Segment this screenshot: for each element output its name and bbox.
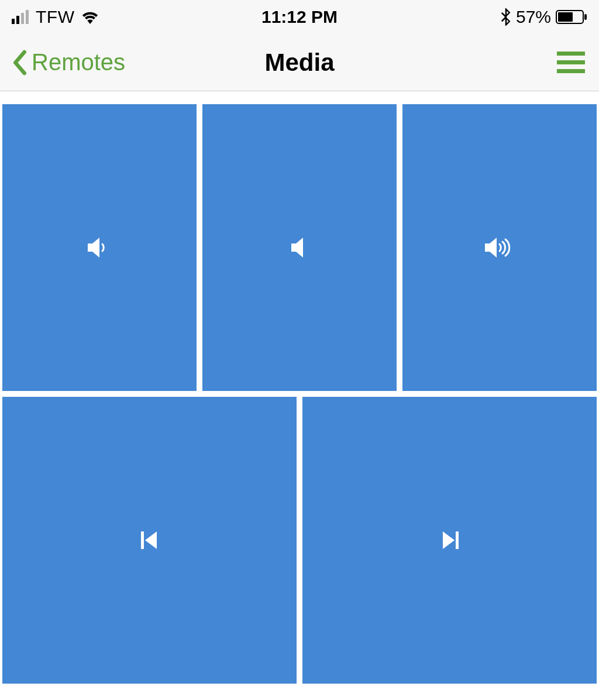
signal-strength-icon <box>12 10 29 24</box>
svg-rect-3 <box>141 531 144 549</box>
back-label: Remotes <box>32 49 125 76</box>
next-track-button[interactable] <box>302 397 597 684</box>
battery-icon <box>556 10 587 24</box>
tile-row-track <box>2 397 597 684</box>
volume-down-button[interactable] <box>2 104 197 391</box>
nav-bar: Remotes Media <box>0 34 599 91</box>
hamburger-icon <box>557 52 585 73</box>
status-time: 11:12 PM <box>261 7 338 27</box>
skip-next-icon <box>439 529 460 552</box>
svg-rect-1 <box>558 12 573 22</box>
volume-high-icon <box>484 236 515 259</box>
volume-mute-icon <box>285 236 314 259</box>
volume-low-icon <box>85 236 113 259</box>
previous-track-button[interactable] <box>2 397 297 684</box>
status-right: 57% <box>501 7 587 27</box>
page-title: Media <box>264 49 334 77</box>
svg-rect-4 <box>456 531 459 549</box>
skip-previous-icon <box>139 529 160 552</box>
carrier-label: TFW <box>36 7 74 27</box>
status-bar: TFW 11:12 PM 57% <box>0 0 599 34</box>
svg-rect-2 <box>584 14 587 20</box>
battery-percent: 57% <box>516 7 551 27</box>
tile-row-volume <box>2 104 597 391</box>
back-button[interactable]: Remotes <box>12 49 125 76</box>
status-left: TFW <box>12 7 99 27</box>
content-area <box>0 91 599 691</box>
menu-button[interactable] <box>555 49 587 76</box>
volume-up-button[interactable] <box>402 104 597 391</box>
chevron-left-icon <box>12 50 28 76</box>
volume-mute-button[interactable] <box>202 104 397 391</box>
bluetooth-icon <box>501 8 511 26</box>
wifi-icon <box>81 10 99 24</box>
